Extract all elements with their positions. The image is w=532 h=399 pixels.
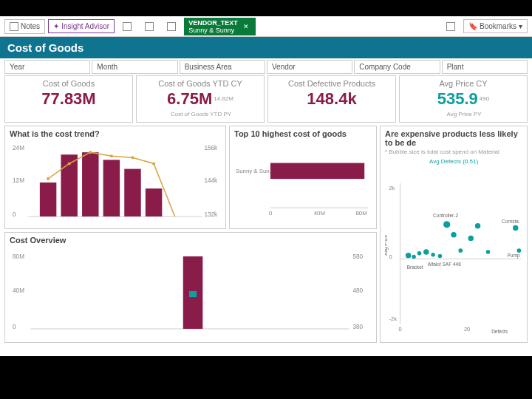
insight-advisor-button[interactable]: ✦ Insight Advisor xyxy=(48,19,115,33)
kpi-ytd-cy[interactable]: Cost of Goods YTD CY 6.75M14.82M Cost of… xyxy=(136,75,265,123)
svg-rect-7 xyxy=(40,183,56,216)
kpi-avg-price[interactable]: Avg Price CY 535.9490 Avg Price PY xyxy=(399,75,528,123)
svg-text:Cornsta: Cornsta xyxy=(502,219,519,224)
advisor-label: Insight Advisor xyxy=(61,22,109,30)
svg-text:80M: 80M xyxy=(13,253,24,260)
svg-text:-2k: -2k xyxy=(389,316,398,322)
svg-text:Controller-2: Controller-2 xyxy=(433,214,458,219)
kpi-value: 77.83M xyxy=(7,89,131,109)
svg-point-31 xyxy=(406,253,411,258)
selection-tool-2[interactable] xyxy=(140,19,159,34)
svg-point-17 xyxy=(131,156,134,159)
close-icon[interactable]: ✕ xyxy=(241,23,251,30)
notes-label: Notes xyxy=(21,22,40,30)
bookmarks-label: Bookmarks xyxy=(480,22,516,30)
svg-point-40 xyxy=(468,236,474,241)
svg-text:80M: 80M xyxy=(355,210,366,216)
scatter-chart: 2k 0 -2k Avg Price Controller-2 Cornsta … xyxy=(385,165,522,339)
svg-point-37 xyxy=(443,221,450,228)
filter-business-area[interactable]: Business Area xyxy=(180,60,265,74)
trend-chart: 24M 12M 0 156k 144k 132k xyxy=(10,140,221,225)
svg-rect-12 xyxy=(146,188,162,216)
page-title: Cost of Goods xyxy=(0,37,532,58)
overview-chart: 80M 40M 0 580 480 380 xyxy=(10,246,372,339)
filter-chip-vendor[interactable]: VENDOR_TEXT Sunny & Sunny ✕ xyxy=(184,18,256,35)
svg-point-42 xyxy=(486,250,491,254)
svg-point-32 xyxy=(412,255,416,259)
kpi-value: 535.9 xyxy=(437,89,478,108)
panel-overview[interactable]: Cost Overview 80M 40M 0 580 480 380 xyxy=(4,232,377,343)
select-icon xyxy=(123,22,132,31)
kpi-label: Cost of Goods YTD CY xyxy=(138,79,262,88)
panel-title: What is the cost trend? xyxy=(10,129,221,138)
panel-cost-trend[interactable]: What is the cost trend? 24M 12M 0 156k 1… xyxy=(4,126,226,229)
filter-company-code[interactable]: Company Code xyxy=(354,60,440,74)
notes-button[interactable]: Notes xyxy=(4,19,45,34)
svg-point-15 xyxy=(89,151,92,154)
kpi-label: Cost Defective Products xyxy=(270,79,394,88)
selection-tool-1[interactable] xyxy=(117,19,137,34)
filter-bar: Year Month Business Area Vendor Company … xyxy=(0,58,532,75)
svg-text:380: 380 xyxy=(352,324,363,330)
svg-point-38 xyxy=(451,232,456,237)
svg-point-16 xyxy=(110,154,113,157)
svg-point-18 xyxy=(152,162,155,165)
svg-text:0: 0 xyxy=(389,253,392,260)
svg-rect-11 xyxy=(124,169,140,216)
svg-rect-20 xyxy=(270,163,364,180)
kpi-defective[interactable]: Cost Defective Products 148.4k xyxy=(267,75,396,123)
svg-text:Bracket: Bracket xyxy=(407,265,423,270)
kpi-label: Cost of Goods xyxy=(7,79,131,88)
chart-grid: What is the cost trend? 24M 12M 0 156k 1… xyxy=(0,126,532,356)
kpi-value: 6.75M xyxy=(167,89,212,108)
select-icon xyxy=(145,22,154,31)
svg-rect-61 xyxy=(189,291,197,297)
svg-point-43 xyxy=(513,225,518,231)
grid-view-button[interactable] xyxy=(441,19,460,34)
kpi-sub-label: Cost of Goods YTD PY xyxy=(171,111,231,117)
selection-tool-3[interactable] xyxy=(162,19,181,34)
svg-point-34 xyxy=(423,249,429,254)
filter-year[interactable]: Year xyxy=(4,60,90,74)
svg-point-44 xyxy=(517,248,522,253)
svg-text:40M: 40M xyxy=(314,210,325,216)
svg-text:Defects: Defects xyxy=(491,329,508,334)
svg-text:480: 480 xyxy=(352,287,363,294)
select-icon xyxy=(167,22,176,31)
filter-plant[interactable]: Plant xyxy=(442,60,528,74)
svg-text:12M: 12M xyxy=(13,177,24,184)
notes-icon xyxy=(10,22,18,31)
svg-text:132k: 132k xyxy=(205,211,219,218)
svg-text:0: 0 xyxy=(399,326,402,332)
dashboard-app: Notes ✦ Insight Advisor VENDOR_TEXT Sunn… xyxy=(0,16,532,356)
kpi-sub-label: Avg Price PY xyxy=(447,111,482,117)
svg-rect-9 xyxy=(82,152,98,216)
svg-point-39 xyxy=(459,248,463,253)
svg-point-14 xyxy=(68,162,71,165)
svg-point-35 xyxy=(431,253,435,257)
filter-month[interactable]: Month xyxy=(92,60,177,74)
svg-text:2k: 2k xyxy=(389,185,395,191)
kpi-label: Avg Price CY xyxy=(401,79,525,88)
svg-text:0: 0 xyxy=(269,210,273,216)
chip-value: Sunny & Sunny xyxy=(188,27,238,34)
svg-point-13 xyxy=(47,177,50,180)
svg-text:20: 20 xyxy=(464,326,470,332)
bookmark-icon: 🔖 xyxy=(468,22,477,30)
top10-chart: Sunny & Sun... 0 40M 80M xyxy=(234,140,372,225)
svg-text:0: 0 xyxy=(13,211,16,218)
panel-top10[interactable]: Top 10 highest cost of goods Sunny & Sun… xyxy=(229,126,377,229)
panel-scatter[interactable]: Are expensive products less likely to be… xyxy=(380,126,528,343)
advisor-icon: ✦ xyxy=(53,22,59,30)
svg-text:Avg Price: Avg Price xyxy=(385,235,389,256)
filter-vendor[interactable]: Vendor xyxy=(267,60,352,74)
svg-text:580: 580 xyxy=(352,253,363,260)
toolbar: Notes ✦ Insight Advisor VENDOR_TEXT Sunn… xyxy=(0,16,532,37)
svg-text:156k: 156k xyxy=(205,145,219,151)
kpi-cost-of-goods[interactable]: Cost of Goods 77.83M xyxy=(4,75,133,123)
svg-point-36 xyxy=(438,254,443,259)
bookmarks-button[interactable]: 🔖 Bookmarks ▾ xyxy=(463,19,528,33)
chip-field: VENDOR_TEXT xyxy=(188,19,238,27)
svg-text:24M: 24M xyxy=(13,145,24,151)
panel-subtitle: * Bubble size is total cost spend on Mat… xyxy=(385,149,522,155)
